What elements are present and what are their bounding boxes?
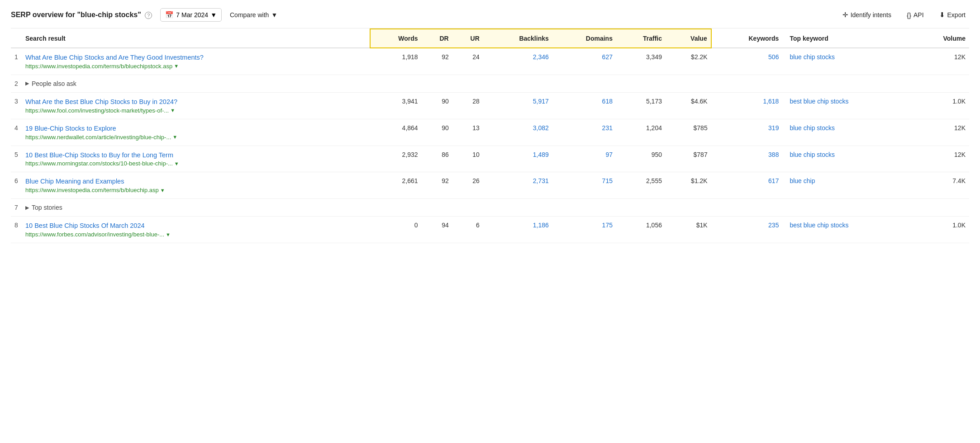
url-dropdown-icon[interactable]: ▼ [170,108,175,113]
compare-with-button[interactable]: Compare with ▼ [230,11,277,19]
top-keyword-value[interactable]: blue chip stocks [790,53,835,61]
words-value: 2,932 [370,146,421,172]
url-text: https://www.investopedia.com/terms/b/blu… [25,63,172,70]
table-row: 3 What Are the Best Blue Chip Stocks to … [11,92,969,119]
volume-value: 1.0K [913,217,969,243]
section-cell[interactable]: ▶ Top stories [22,199,370,216]
backlinks-value[interactable]: 2,731 [533,177,549,184]
top-keyword-value[interactable]: blue chip stocks [790,124,835,132]
backlinks-cell: 2,731 [483,172,552,199]
serp-table: Search result Words DR UR Backlinks Doma… [11,28,969,243]
help-icon[interactable]: ? [145,12,152,19]
keywords-cell: 506 [711,48,783,75]
api-button[interactable]: {} API [903,9,928,21]
traffic-value: 3,349 [616,48,666,75]
dr-value: 92 [422,172,452,199]
row-result: What Are the Best Blue Chip Stocks to Bu… [22,92,370,119]
domains-value[interactable]: 715 [602,177,613,184]
calendar-icon: 📅 [165,11,174,19]
ur-value: 6 [452,217,483,243]
dr-value: 90 [422,92,452,119]
value-value: $785 [666,119,711,146]
words-value: 1,918 [370,48,421,75]
words-value: 2,661 [370,172,421,199]
result-url: https://www.fool.com/investing/stock-mar… [25,107,366,114]
serp-table-container: Search result Words DR UR Backlinks Doma… [11,28,969,243]
table-row: 1 What Are Blue Chip Stocks and Are They… [11,48,969,75]
table-body: 1 What Are Blue Chip Stocks and Are They… [11,48,969,243]
dr-value: 90 [422,119,452,146]
keywords-value[interactable]: 617 [768,177,779,184]
domains-value[interactable]: 231 [602,124,613,132]
top-keyword-value[interactable]: best blue chip stocks [790,98,848,105]
dr-value: 92 [422,48,452,75]
backlinks-value[interactable]: 3,082 [533,124,549,132]
url-dropdown-icon[interactable]: ▼ [172,134,177,140]
result-url: https://www.nerdwallet.com/article/inves… [25,134,366,141]
export-button[interactable]: ⬇ Export [936,9,969,21]
domains-cell: 627 [552,48,616,75]
backlinks-cell: 1,186 [483,217,552,243]
result-title-link[interactable]: What Are the Best Blue Chip Stocks to Bu… [25,98,366,106]
traffic-value: 950 [616,146,666,172]
domains-cell: 618 [552,92,616,119]
result-title-link[interactable]: What Are Blue Chip Stocks and Are They G… [25,53,366,62]
page-title: SERP overview for "blue-chip stocks" ? [11,11,152,19]
row-result: Blue Chip Meaning and Examples https://w… [22,172,370,199]
domains-value[interactable]: 627 [602,53,613,61]
table-row: 7 ▶ Top stories [11,199,969,217]
backlinks-value[interactable]: 1,489 [533,151,549,158]
value-value: $1K [666,217,711,243]
url-dropdown-icon[interactable]: ▼ [174,63,179,69]
compare-label: Compare with [230,11,269,19]
domains-cell: 715 [552,172,616,199]
domains-cell: 231 [552,119,616,146]
url-text: https://www.investopedia.com/terms/b/blu… [25,187,159,193]
result-title-link[interactable]: 19 Blue-Chip Stocks to Explore [25,124,366,133]
col-header-num [11,29,22,48]
backlinks-value[interactable]: 1,186 [533,222,549,229]
result-title-link[interactable]: Blue Chip Meaning and Examples [25,177,366,186]
url-dropdown-icon[interactable]: ▼ [174,161,179,166]
row-num: 2 [11,75,22,92]
backlinks-cell: 1,489 [483,146,552,172]
keywords-value[interactable]: 1,618 [763,98,779,105]
export-icon: ⬇ [939,11,945,19]
identify-label: Identify intents [851,11,891,19]
traffic-value: 1,204 [616,119,666,146]
top-keyword-value[interactable]: blue chip [790,177,815,184]
row-num: 5 [11,146,22,172]
row-num: 7 [11,199,22,217]
result-title-link[interactable]: 10 Best Blue-Chip Stocks to Buy for the … [25,151,366,160]
keywords-value[interactable]: 319 [768,124,779,132]
domains-value[interactable]: 97 [605,151,613,158]
dr-value: 86 [422,146,452,172]
date-picker-button[interactable]: 📅 7 Mar 2024 ▼ [160,8,222,22]
export-label: Export [947,11,966,19]
domains-value[interactable]: 618 [602,98,613,105]
backlinks-value[interactable]: 5,917 [533,98,549,105]
table-row: 5 10 Best Blue-Chip Stocks to Buy for th… [11,146,969,172]
keywords-value[interactable]: 506 [768,53,779,61]
api-label: API [913,11,924,19]
backlinks-value[interactable]: 2,346 [533,53,549,61]
keywords-value[interactable]: 235 [768,222,779,229]
col-header-volume: Volume [913,29,969,48]
chevron-down-icon: ▼ [210,11,217,19]
url-dropdown-icon[interactable]: ▼ [160,188,165,193]
table-row: 2 ▶ People also ask [11,75,969,92]
result-title-link[interactable]: 10 Best Blue Chip Stocks Of March 2024 [25,222,366,230]
section-cell[interactable]: ▶ People also ask [22,75,370,92]
url-dropdown-icon[interactable]: ▼ [166,232,171,237]
row-result: 10 Best Blue-Chip Stocks to Buy for the … [22,146,370,172]
domains-value[interactable]: 175 [602,222,613,229]
value-value: $4.6K [666,92,711,119]
words-value: 0 [370,217,421,243]
col-header-result: Search result [22,29,370,48]
top-keyword-value[interactable]: best blue chip stocks [790,222,848,229]
ur-value: 24 [452,48,483,75]
keywords-value[interactable]: 388 [768,151,779,158]
col-header-domains: Domains [552,29,616,48]
top-keyword-value[interactable]: blue chip stocks [790,151,835,158]
identify-intents-button[interactable]: ✛ Identify intents [839,9,895,21]
